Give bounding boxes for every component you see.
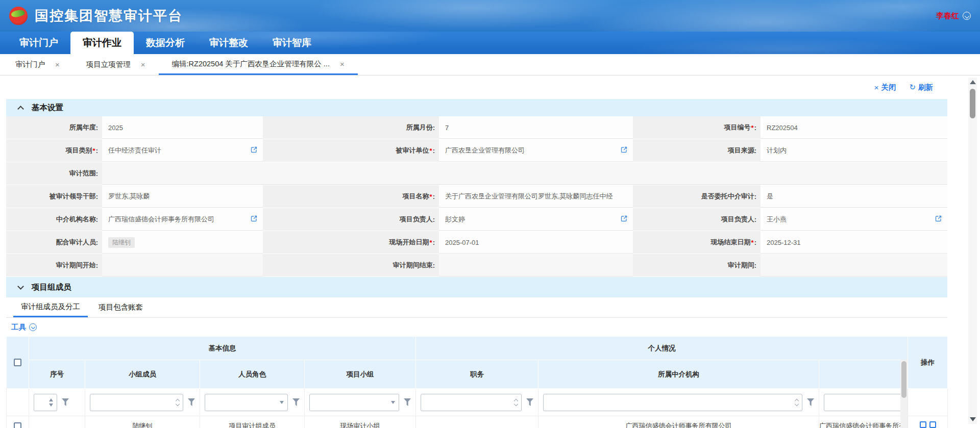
user-name[interactable]: 李春红 — [936, 11, 959, 21]
nav-item-1[interactable]: 审计作业 — [70, 32, 134, 54]
filter-funnel-icon[interactable] — [807, 398, 814, 406]
field-value[interactable] — [761, 254, 947, 276]
field-label: 所属年度: — [6, 116, 102, 139]
field-value-text: 任中经济责任审计 — [108, 146, 246, 155]
field-value[interactable]: 任中经济责任审计 — [102, 139, 263, 162]
filter-input[interactable] — [313, 394, 391, 411]
row-action-icon[interactable] — [920, 421, 926, 428]
field-value[interactable]: 是 — [761, 185, 947, 208]
filter-funnel-icon[interactable] — [62, 398, 69, 406]
section-header-team-members[interactable]: 项目组成员 — [6, 277, 947, 297]
row-checkbox-cell — [7, 416, 29, 428]
scroll-down-button[interactable] — [968, 415, 977, 424]
section-title: 项目组成员 — [32, 282, 71, 293]
chevron-down-icon[interactable] — [963, 12, 971, 20]
row-action-icon[interactable] — [929, 421, 936, 428]
external-link-icon[interactable] — [620, 146, 628, 155]
table-scrollbar[interactable] — [900, 360, 908, 428]
section-title: 基本设置 — [32, 103, 63, 113]
external-link-icon[interactable] — [620, 215, 628, 224]
field-value[interactable]: 2025-07-01 — [439, 231, 633, 254]
select-arrow-icon[interactable] — [280, 401, 284, 404]
combo-filter-input[interactable] — [90, 394, 183, 411]
field-value[interactable]: 彭文婷 — [439, 208, 633, 231]
nav-item-3[interactable]: 审计整改 — [197, 32, 260, 54]
nav-item-2[interactable]: 数据分析 — [134, 32, 197, 54]
page-scrollbar[interactable] — [968, 78, 977, 424]
field-value[interactable]: 2025 — [102, 116, 263, 139]
chevron-down-circle-icon[interactable] — [29, 323, 37, 331]
field-value[interactable]: 王小燕 — [761, 208, 947, 231]
user-menu[interactable]: 李春红 — [936, 11, 971, 21]
combo-filter-input[interactable] — [421, 394, 522, 411]
field-value[interactable]: RZ202504 — [761, 116, 947, 139]
nav-item-4[interactable]: 审计智库 — [260, 32, 324, 54]
row-cell-5: 广西瑞信盛德会计师事务所有限公司 — [538, 416, 819, 428]
section-header-basic-settings[interactable]: 基本设置 — [6, 99, 947, 116]
row-checkbox[interactable] — [14, 422, 21, 428]
external-link-icon[interactable] — [935, 215, 942, 224]
field-value[interactable]: 计划内 — [761, 139, 947, 162]
doc-tab-1[interactable]: 项目立项管理× — [73, 54, 159, 75]
select-arrow-icon[interactable] — [391, 401, 395, 404]
number-filter-input[interactable] — [34, 394, 57, 411]
tab-close-icon[interactable]: × — [141, 60, 145, 69]
combo-filter-input[interactable] — [543, 394, 802, 411]
table-scrollbar-thumb[interactable] — [901, 361, 906, 398]
field-value[interactable] — [439, 254, 633, 276]
field-value-text: 2025-07-01 — [445, 239, 628, 246]
filter-action-cell — [908, 389, 948, 416]
row-cell-4 — [416, 416, 538, 428]
filter-input[interactable] — [94, 394, 174, 411]
text-filter-input[interactable] — [824, 394, 903, 411]
field-value-text: 广西瑞信盛德会计师事务所有限公司 — [108, 215, 246, 224]
select-all-checkbox[interactable] — [14, 359, 21, 366]
select-filter-input[interactable] — [205, 394, 288, 411]
field-value[interactable] — [102, 254, 263, 276]
field-value[interactable]: 广西农垦企业管理有限公司 — [439, 139, 633, 162]
field-value[interactable]: 广西瑞信盛德会计师事务所有限公司 — [102, 208, 263, 231]
tab-close-icon[interactable]: × — [55, 60, 60, 69]
field-value[interactable]: 陆继钊 — [102, 231, 263, 254]
field-label: 项目来源: — [633, 139, 761, 162]
filter-input[interactable] — [425, 394, 512, 411]
filter-input[interactable] — [38, 394, 47, 411]
external-link-icon[interactable] — [250, 215, 258, 224]
close-page-button[interactable]: × 关闭 — [874, 83, 896, 92]
tools-menu-button[interactable]: 工具 — [11, 322, 26, 332]
subtab-0[interactable]: 审计组成员及分工 — [13, 297, 88, 317]
field-value[interactable] — [102, 162, 947, 185]
app-title: 国控集团智慧审计平台 — [35, 7, 183, 25]
field-value-text: 7 — [445, 124, 628, 132]
close-icon: × — [874, 83, 879, 92]
filter-funnel-icon[interactable] — [526, 398, 533, 406]
field-value[interactable]: 关于广西农垦企业管理有限公司罗世东,莫咏麟同志任中经 — [439, 185, 633, 208]
subtab-1[interactable]: 项目包含账套 — [91, 297, 151, 317]
refresh-page-button[interactable]: ↻ 刷新 — [909, 83, 933, 92]
external-link-icon[interactable] — [250, 146, 258, 155]
tab-close-icon[interactable]: × — [340, 60, 345, 68]
filter-funnel-icon[interactable] — [188, 398, 195, 406]
required-asterisk: * — [430, 239, 432, 246]
combo-arrows-icon[interactable] — [514, 399, 518, 406]
filter-funnel-icon[interactable] — [292, 398, 300, 406]
combo-arrows-icon[interactable] — [795, 399, 798, 406]
field-value[interactable]: 2025-12-31 — [761, 231, 947, 254]
filter-input[interactable] — [209, 394, 280, 411]
filter-cell-1 — [85, 389, 200, 416]
field-value[interactable]: 罗世东,莫咏麟 — [102, 185, 263, 208]
combo-arrows-icon[interactable] — [176, 399, 179, 406]
required-asterisk: * — [430, 147, 432, 155]
scroll-up-button[interactable] — [968, 78, 977, 87]
filter-funnel-icon[interactable] — [404, 398, 411, 406]
field-value-text: 计划内 — [767, 146, 942, 155]
select-filter-input[interactable] — [309, 394, 399, 411]
filter-input[interactable] — [547, 394, 793, 411]
spinner-arrows-icon[interactable] — [49, 398, 53, 407]
page-scrollbar-thumb[interactable] — [970, 89, 975, 118]
field-value[interactable]: 7 — [439, 116, 633, 139]
filter-input[interactable] — [828, 394, 899, 411]
doc-tab-0[interactable]: 审计门户× — [2, 54, 73, 75]
nav-item-0[interactable]: 审计门户 — [7, 32, 70, 54]
doc-tab-2[interactable]: 编辑:RZ202504 关于广西农垦企业管理有限公 ...× — [159, 54, 358, 75]
